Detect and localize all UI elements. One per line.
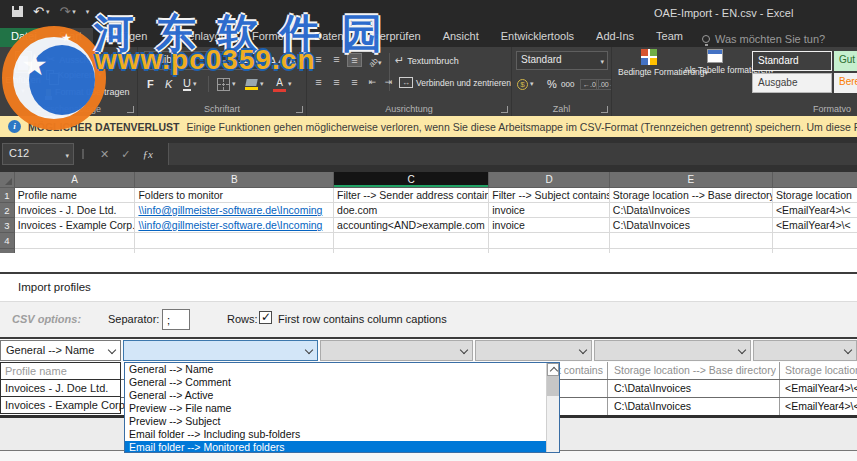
col-header-b[interactable]: B bbox=[135, 172, 334, 188]
cell-f4[interactable] bbox=[773, 233, 857, 249]
accounting-format-button[interactable]: $▾ bbox=[514, 74, 537, 94]
dialog-launcher-icon[interactable] bbox=[501, 106, 508, 113]
cut-button[interactable]: ✂ Ausschneiden bbox=[46, 53, 116, 66]
separator-input[interactable] bbox=[162, 309, 190, 330]
decrease-indent-button[interactable]: ⇤ bbox=[365, 76, 380, 90]
dialog-launcher-icon[interactable] bbox=[601, 106, 608, 113]
dropdown-item[interactable]: Email folder --> Including sub-folders bbox=[125, 428, 546, 441]
font-color-button[interactable]: A▾ bbox=[270, 74, 295, 94]
cell-a1[interactable]: Profile name bbox=[15, 188, 136, 203]
decrease-decimal-button[interactable]: .00→ bbox=[596, 74, 612, 94]
format-as-table-button[interactable]: Als Tabelle formatieren▾ bbox=[684, 49, 746, 97]
cell-d4[interactable] bbox=[489, 233, 610, 249]
cell-d3[interactable]: invoice bbox=[489, 218, 610, 233]
grow-font-button[interactable]: A▴ bbox=[266, 51, 285, 71]
font-size-combo[interactable]: 11 ▾ bbox=[233, 51, 263, 70]
cell-b3-hyperlink[interactable]: \\info@gillmeister-software.de\Incoming bbox=[135, 218, 334, 233]
cell-f1[interactable]: Storage location bbox=[773, 188, 857, 203]
tab-formeln[interactable]: Formeln bbox=[241, 28, 303, 47]
cell-d2[interactable]: invoice bbox=[489, 203, 610, 218]
name-box[interactable]: C12 ▾ bbox=[2, 143, 74, 165]
formula-input[interactable] bbox=[168, 143, 857, 165]
mapping-combo-4[interactable] bbox=[475, 340, 592, 361]
underline-button[interactable]: U▾ bbox=[180, 74, 199, 94]
cell-style-gut[interactable]: Gut bbox=[834, 51, 857, 71]
mapping-combo-6[interactable] bbox=[753, 340, 857, 361]
profile-row[interactable]: Invoices - Example Corp. bbox=[0, 396, 121, 414]
shrink-font-button[interactable]: A▾ bbox=[286, 51, 305, 71]
cell-c3[interactable]: accounting<AND>example.com bbox=[334, 218, 489, 233]
dropdown-item[interactable]: Preview --> Subject bbox=[125, 415, 546, 428]
scrollbar-thumb[interactable] bbox=[547, 376, 559, 396]
cell-f3[interactable]: <EmailYear4>\< bbox=[773, 218, 857, 233]
dropdown-item[interactable]: General --> Name bbox=[125, 363, 546, 376]
cell-a2[interactable]: Invoices - J. Doe Ltd. bbox=[15, 203, 136, 218]
tab-ueberpruefen[interactable]: Überprüfen bbox=[355, 28, 432, 47]
row-header[interactable]: 4 bbox=[0, 233, 15, 249]
tab-daten[interactable]: Daten bbox=[303, 28, 354, 47]
undo-button[interactable]: ↶▾ bbox=[33, 4, 49, 19]
format-painter-button[interactable]: Format übertragen bbox=[46, 87, 130, 97]
insert-function-icon[interactable]: ƒx bbox=[142, 148, 152, 160]
cell-f2[interactable]: <EmailYear4>\< bbox=[773, 203, 857, 218]
storage-location-cell[interactable]: <EmailYear4>\< bbox=[785, 397, 857, 415]
col-header-e[interactable]: E bbox=[610, 172, 773, 188]
tab-seitenlayout[interactable]: Seitenlayout bbox=[158, 28, 241, 47]
cell-e1[interactable]: Storage location --> Base directory bbox=[610, 188, 773, 203]
tab-start[interactable]: Start bbox=[48, 28, 93, 47]
bold-button[interactable]: F bbox=[144, 74, 157, 94]
cell-style-berechnung[interactable]: Berec bbox=[834, 73, 857, 93]
align-bottom-button[interactable]: ≡ bbox=[347, 53, 362, 67]
mapping-combo-1[interactable]: General --> Name bbox=[0, 340, 121, 361]
font-name-combo[interactable]: Calibri ▾ bbox=[144, 51, 230, 70]
dropdown-scrollbar[interactable] bbox=[546, 363, 559, 452]
dropdown-item[interactable]: Preview --> File name bbox=[125, 402, 546, 415]
tab-addins[interactable]: Add-Ins bbox=[585, 28, 645, 47]
dropdown-item[interactable]: General --> Comment bbox=[125, 376, 546, 389]
cell-style-standard[interactable]: Standard bbox=[752, 51, 832, 71]
tab-datei[interactable]: Datei bbox=[0, 28, 48, 47]
cell-b2-hyperlink[interactable]: \\info@gillmeister-software.de\Incoming bbox=[135, 203, 334, 218]
tab-team[interactable]: Team bbox=[645, 28, 694, 47]
borders-button[interactable]: ▾ bbox=[214, 74, 239, 94]
dialog-launcher-icon[interactable] bbox=[296, 106, 303, 113]
italic-button[interactable]: K bbox=[162, 74, 175, 94]
mapping-combo-2-focused[interactable] bbox=[123, 340, 318, 361]
align-right-button[interactable]: ≡ bbox=[347, 76, 362, 90]
row-header[interactable]: 1 bbox=[0, 188, 15, 203]
storage-location-cell[interactable]: <EmailYear4>\< bbox=[785, 379, 857, 397]
col-header-d[interactable]: D bbox=[489, 172, 610, 188]
row-header[interactable]: 2 bbox=[0, 203, 15, 218]
cell-a4[interactable] bbox=[15, 233, 136, 249]
cell-b4[interactable] bbox=[135, 233, 334, 249]
base-directory-cell[interactable]: C:\Data\Invoices bbox=[614, 397, 776, 415]
paste-button[interactable]: Einfügen ▾ bbox=[5, 50, 41, 102]
increase-indent-button[interactable]: ⇥ bbox=[381, 76, 396, 90]
redo-button[interactable]: ↷▾ bbox=[59, 4, 75, 19]
cell-style-ausgabe[interactable]: Ausgabe bbox=[752, 73, 832, 93]
cell-d1[interactable]: Filter --> Subject contains bbox=[489, 188, 610, 203]
select-all-corner[interactable] bbox=[0, 172, 15, 188]
tell-me[interactable]: Was möchten Sie tun? bbox=[694, 28, 833, 47]
align-left-button[interactable]: ≡ bbox=[311, 76, 326, 90]
mapping-combo-3[interactable] bbox=[320, 340, 473, 361]
cell-a3[interactable]: Invoices - Example Corp. bbox=[15, 218, 136, 233]
orientation-button[interactable]: ab▾ bbox=[369, 55, 381, 67]
scroll-up-icon[interactable] bbox=[547, 363, 559, 376]
enter-icon[interactable]: ✓ bbox=[121, 148, 130, 161]
cell-b1[interactable]: Folders to monitor bbox=[135, 188, 334, 203]
merge-center-button[interactable]: ↔ Verbinden und zentrieren ▾ bbox=[399, 77, 512, 88]
align-center-button[interactable]: ≡ bbox=[329, 76, 344, 90]
tab-entwicklertools[interactable]: Entwicklertools bbox=[490, 28, 585, 47]
col-header-f[interactable] bbox=[773, 172, 857, 188]
dropdown-item-selected[interactable]: Email folder --> Monitored folders bbox=[125, 441, 546, 452]
cell-c4[interactable] bbox=[334, 233, 489, 249]
tab-einfuegen[interactable]: Einfügen bbox=[93, 28, 158, 47]
cell-e4[interactable] bbox=[610, 233, 773, 249]
cell-e3[interactable]: C:\Data\Invoices bbox=[610, 218, 773, 233]
col-header-a[interactable]: A bbox=[15, 172, 136, 188]
save-button[interactable] bbox=[12, 6, 23, 17]
qat-customize-button[interactable]: ▾ bbox=[86, 8, 90, 16]
mapping-combo-5[interactable] bbox=[594, 340, 751, 361]
profile-row[interactable]: Invoices - J. Doe Ltd. bbox=[0, 379, 121, 397]
